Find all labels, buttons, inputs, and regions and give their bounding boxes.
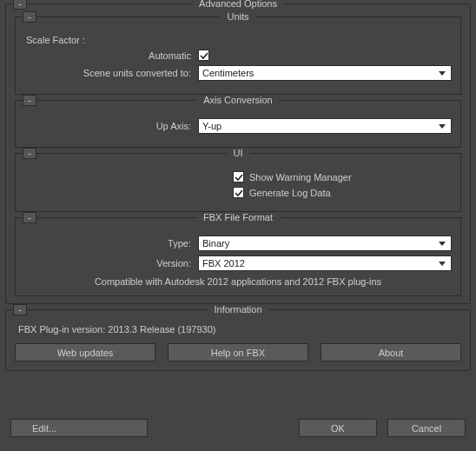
version-value: FBX 2012 <box>202 258 245 269</box>
units-collapse-button[interactable]: - <box>23 11 36 23</box>
scale-factor-label: Scale Factor : <box>24 35 85 45</box>
axis-collapse-button[interactable]: - <box>23 95 36 106</box>
ui-group: - UI Show Warning Manager Generate Log D <box>15 153 461 212</box>
type-label: Type: <box>24 238 198 249</box>
units-group: - Units Scale Factor : Automatic Scene u… <box>15 17 461 95</box>
information-group: - Information FBX Plug-in version: 2013.… <box>5 309 471 371</box>
advanced-options-group: - Advanced Options - Units Scale Factor … <box>5 3 471 304</box>
scene-units-select[interactable]: Centimeters <box>198 65 452 81</box>
web-updates-button[interactable]: Web updates <box>15 343 155 361</box>
advanced-collapse-button[interactable]: - <box>13 0 27 10</box>
ui-title: UI <box>227 148 250 158</box>
info-collapse-button[interactable]: - <box>13 304 27 315</box>
up-axis-select[interactable]: Y-up <box>198 118 452 134</box>
plugin-version-text: FBX Plug-in version: 2013.3 Release (197… <box>18 324 461 335</box>
svg-marker-0 <box>439 71 446 76</box>
type-value: Binary <box>202 238 229 249</box>
chevron-down-icon <box>435 237 449 249</box>
svg-marker-3 <box>439 262 446 266</box>
info-title: Information <box>207 304 268 315</box>
up-axis-label: Up Axis: <box>24 121 198 131</box>
up-axis-value: Y-up <box>202 121 221 131</box>
automatic-label: Automatic <box>24 50 198 61</box>
units-title: Units <box>220 11 255 22</box>
about-button[interactable]: About <box>321 343 461 361</box>
ok-button[interactable]: OK <box>299 419 377 437</box>
edit-button[interactable]: Edit... <box>10 419 148 437</box>
version-select[interactable]: FBX 2012 <box>198 255 452 271</box>
fbx-file-format-group: - FBX File Format Type: Binary Ver <box>15 217 461 296</box>
svg-marker-2 <box>439 242 446 246</box>
dialog-bottom-bar: Edit... OK Cancel <box>5 415 471 437</box>
ui-collapse-button[interactable]: - <box>23 148 36 159</box>
help-on-fbx-button[interactable]: Help on FBX <box>168 343 308 361</box>
fbx-title: FBX File Format <box>196 212 280 222</box>
show-warning-checkbox[interactable] <box>233 171 244 182</box>
axis-conversion-group: - Axis Conversion Up Axis: Y-up <box>15 100 461 148</box>
scene-units-value: Centimeters <box>202 68 254 78</box>
scene-units-label: Scene units converted to: <box>24 68 198 78</box>
cancel-button[interactable]: Cancel <box>387 419 466 437</box>
fbx-collapse-button[interactable]: - <box>23 212 36 223</box>
type-select[interactable]: Binary <box>198 235 452 251</box>
advanced-title: Advanced Options <box>192 0 284 9</box>
chevron-down-icon <box>435 120 449 132</box>
show-warning-label: Show Warning Manager <box>249 172 352 182</box>
svg-marker-1 <box>439 124 446 129</box>
chevron-down-icon <box>435 257 449 269</box>
version-label: Version: <box>24 258 198 269</box>
automatic-checkbox[interactable] <box>198 50 209 61</box>
fbx-compat-note: Compatible with Autodesk 2012 applicatio… <box>24 276 452 287</box>
axis-title: Axis Conversion <box>196 95 279 105</box>
generate-log-label: Generate Log Data <box>249 188 331 198</box>
generate-log-checkbox[interactable] <box>233 187 244 198</box>
chevron-down-icon <box>435 67 449 79</box>
